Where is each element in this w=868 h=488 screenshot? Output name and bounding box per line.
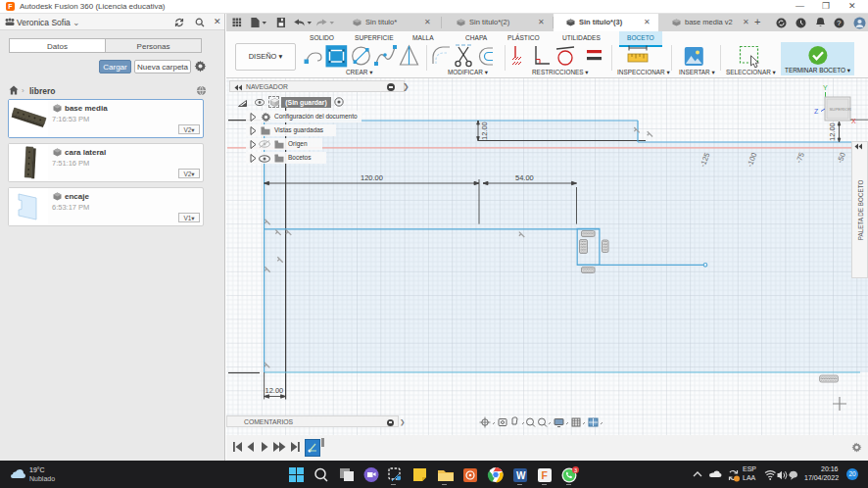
svg-text:12.00: 12.00: [265, 386, 284, 395]
svg-text:120.00: 120.00: [361, 173, 383, 182]
svg-text:Z: Z: [814, 108, 819, 115]
svg-text:X: X: [851, 118, 856, 124]
svg-text:SUPERIOR: SUPERIOR: [830, 107, 851, 112]
svg-text:54.00: 54.00: [515, 173, 534, 182]
svg-text:3: 3: [574, 467, 577, 473]
svg-text:?: ?: [837, 19, 841, 27]
svg-text:12.00: 12.00: [480, 122, 489, 140]
svg-text:F: F: [542, 469, 549, 481]
svg-text:W: W: [516, 470, 526, 481]
svg-text:Y: Y: [823, 84, 828, 91]
svg-text:12.00: 12.00: [828, 122, 837, 141]
